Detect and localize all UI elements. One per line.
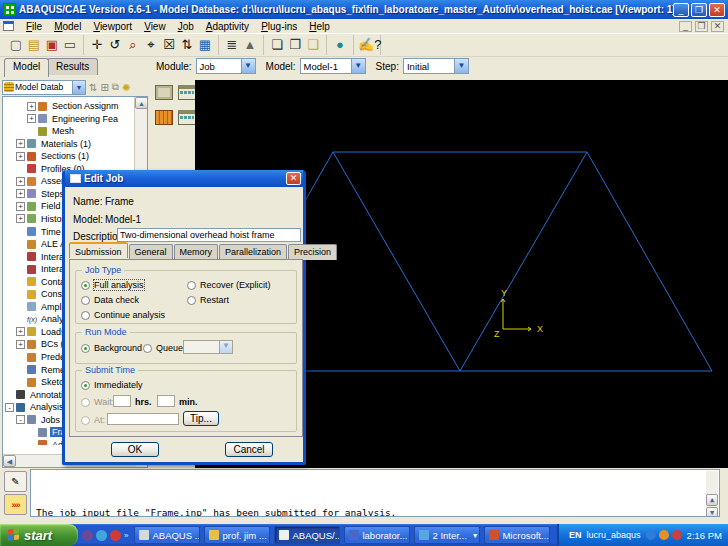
menu-file[interactable]: File <box>20 20 48 33</box>
scroll-up-icon[interactable]: ▲ <box>135 97 148 109</box>
tree-item-label[interactable]: Section Assignm <box>50 101 121 111</box>
viewport-grid-icon[interactable]: ▦ <box>196 36 214 54</box>
radio-restart[interactable]: Restart <box>187 295 229 305</box>
expand-icon[interactable]: + <box>16 152 25 161</box>
chevron-down-icon[interactable]: ▼ <box>454 59 468 73</box>
tree-item-analysis[interactable]: -Analysis <box>5 401 66 413</box>
description-field[interactable]: Two-dimensional overhead hoist frame <box>117 228 301 242</box>
radio-immediately[interactable]: Immediately <box>81 380 143 390</box>
language-indicator[interactable]: EN <box>569 530 582 540</box>
cancel-button[interactable]: Cancel <box>225 442 273 457</box>
radio-recover-explicit[interactable]: Recover (Explicit) <box>187 280 271 290</box>
collapse-icon[interactable]: - <box>16 415 25 424</box>
dialog-tab-memory[interactable]: Memory <box>174 244 219 260</box>
view-cube-hidden-icon[interactable]: ❐ <box>286 36 304 54</box>
message-log[interactable]: ▲ ▼ The job input file "Frame.inp" has b… <box>30 469 720 517</box>
expand-icon[interactable]: + <box>27 102 36 111</box>
pan-icon[interactable]: ✛ <box>88 36 106 54</box>
radio-on-icon[interactable] <box>81 381 90 390</box>
expand-icon[interactable]: + <box>16 202 25 211</box>
expand-icon[interactable]: + <box>16 340 25 349</box>
quick-launch-overflow-icon[interactable]: » <box>124 531 128 540</box>
radio-on-icon[interactable] <box>81 344 90 353</box>
model-database-select[interactable]: Model Datab ▼ <box>2 80 86 95</box>
radio-data-check[interactable]: Data check <box>81 295 139 305</box>
task-group-chevron-icon[interactable]: ▼ <box>472 532 479 539</box>
scroll-down-icon[interactable]: ▼ <box>706 507 718 517</box>
mdi-restore-button[interactable]: ❐ <box>695 21 708 32</box>
save-icon[interactable]: ▣ <box>43 36 61 54</box>
adaptivity-manager-icon[interactable] <box>178 110 196 125</box>
menu-model[interactable]: Model <box>48 20 87 33</box>
taskbar-task-2-inter[interactable]: 2 Inter...▼ <box>414 526 480 544</box>
expand-icon[interactable]: + <box>16 139 25 148</box>
fit-view-icon[interactable]: ☒ <box>160 36 178 54</box>
module-select[interactable]: Job ▼ <box>196 58 256 74</box>
radio-continue-analysis[interactable]: Continue analysis <box>81 310 165 320</box>
chevron-down-icon[interactable]: ▼ <box>241 59 255 73</box>
expand-all-icon[interactable]: ⊞ <box>100 82 108 93</box>
open-folder-icon[interactable]: ▤ <box>25 36 43 54</box>
restore-button[interactable]: ❐ <box>691 3 707 17</box>
chevron-down-icon[interactable]: ▼ <box>351 59 365 73</box>
radio-off-icon[interactable] <box>81 296 90 305</box>
radio-full-analysis[interactable]: Full analysis <box>81 280 144 290</box>
menu-adaptivity[interactable]: Adaptivity <box>200 20 255 33</box>
model-select[interactable]: Model-1 ▼ <box>300 58 366 74</box>
taskbar-task-abaqus[interactable]: ABAQUS/... <box>274 526 340 544</box>
expand-icon[interactable]: + <box>16 177 25 186</box>
radio-off-icon[interactable] <box>143 344 152 353</box>
tray-color-icon[interactable] <box>672 530 682 540</box>
tray-square-icon[interactable] <box>659 530 669 540</box>
taskbar-task-laborator[interactable]: laborator... <box>344 526 410 544</box>
dialog-tab-general[interactable]: General <box>129 244 173 260</box>
create-copy-icon[interactable]: ⧉ <box>112 81 119 93</box>
radio-off-icon[interactable] <box>81 311 90 320</box>
tree-item-engineering-fea[interactable]: +Engineering Fea <box>27 113 120 125</box>
print-icon[interactable]: ▭ <box>61 36 79 54</box>
dialog-title-bar[interactable]: Edit Job ✕ <box>65 170 303 187</box>
mdi-close-button[interactable]: ✕ <box>711 21 724 32</box>
dialog-close-icon[interactable]: ✕ <box>286 172 301 185</box>
cycle-views-icon[interactable]: ⇅ <box>178 36 196 54</box>
radio-on-icon[interactable] <box>81 281 90 290</box>
chevron-down-icon[interactable]: ▼ <box>72 81 85 94</box>
keyboard-layout-label[interactable]: lucru_abaqus <box>587 530 641 540</box>
tree-item-mesh[interactable]: Mesh <box>27 125 76 137</box>
rotate-icon[interactable]: ↺ <box>106 36 124 54</box>
view-cube-shaded-icon[interactable]: ❑ <box>304 36 322 54</box>
render-shaded-icon[interactable]: ▲ <box>241 36 259 54</box>
tree-item-jobs[interactable]: -Jobs ( <box>16 414 68 426</box>
radio-background[interactable]: Background <box>81 343 142 353</box>
menu-viewport[interactable]: Viewport <box>87 20 138 33</box>
tree-item-label[interactable]: Mesh <box>50 126 76 136</box>
minimize-button[interactable]: _ <box>673 3 689 17</box>
start-button[interactable]: start <box>0 524 78 546</box>
command-line-tab[interactable]: »» <box>4 494 27 515</box>
tab-results[interactable]: Results <box>47 58 98 75</box>
tree-item-annotatio[interactable]: Annotatio <box>5 389 70 401</box>
context-help-icon[interactable]: ✍? <box>358 36 376 54</box>
taskbar-task-microsoft[interactable]: Microsoft... <box>484 526 550 544</box>
close-button[interactable]: ✕ <box>709 3 725 17</box>
tree-item-label[interactable]: Engineering Fea <box>50 114 120 124</box>
tree-item-materials-1[interactable]: +Materials (1) <box>16 138 93 150</box>
magnify-icon[interactable]: ⌕ <box>124 36 142 54</box>
spin-arrows-icon[interactable]: ⇅ <box>89 82 97 93</box>
tree-item-label[interactable]: Sections (1) <box>39 151 91 161</box>
tree-item-sections-1[interactable]: +Sections (1) <box>16 150 91 162</box>
collapse-icon[interactable]: - <box>5 403 14 412</box>
menu-view[interactable]: View <box>138 20 172 33</box>
menu-help[interactable]: Help <box>303 20 336 33</box>
opera-quick-launch-icon[interactable] <box>110 530 121 541</box>
dialog-tab-precision[interactable]: Precision <box>288 244 337 260</box>
zoom-select-icon[interactable]: ⌖ <box>142 36 160 54</box>
view-cube-wire-icon[interactable]: ❏ <box>268 36 286 54</box>
step-select[interactable]: Initial ▼ <box>403 58 469 74</box>
job-create-icon[interactable] <box>178 85 196 100</box>
message-area-tab[interactable]: ✎ <box>4 471 27 492</box>
tree-item-label[interactable]: Analysis <box>28 402 66 412</box>
lightbulb-icon[interactable]: ✺ <box>122 82 130 93</box>
dialog-tab-submission[interactable]: Submission <box>69 242 128 258</box>
adaptivity-icon[interactable] <box>155 110 173 125</box>
